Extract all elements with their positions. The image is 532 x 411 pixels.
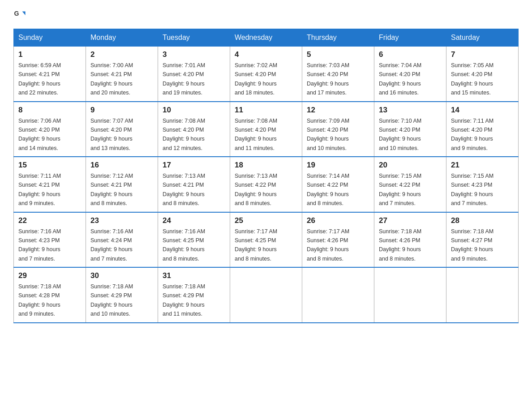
calendar-cell: 14 Sunrise: 7:11 AMSunset: 4:20 PMDaylig… — [446, 102, 519, 157]
week-row-3: 15 Sunrise: 7:11 AMSunset: 4:21 PMDaylig… — [14, 157, 519, 212]
day-info: Sunrise: 7:15 AMSunset: 4:23 PMDaylight:… — [451, 173, 493, 206]
calendar-cell: 5 Sunrise: 7:03 AMSunset: 4:20 PMDayligh… — [302, 47, 374, 102]
day-info: Sunrise: 7:08 AMSunset: 4:20 PMDaylight:… — [163, 118, 205, 151]
day-number: 12 — [307, 106, 369, 115]
day-number: 10 — [163, 106, 225, 115]
day-info: Sunrise: 7:07 AMSunset: 4:20 PMDaylight:… — [90, 118, 133, 151]
svg-marker-1 — [22, 12, 26, 15]
calendar-cell: 3 Sunrise: 7:01 AMSunset: 4:20 PMDayligh… — [158, 47, 230, 102]
weekday-header-thursday: Thursday — [302, 29, 374, 47]
logo: G — [13, 9, 28, 21]
calendar-cell: 30 Sunrise: 7:18 AMSunset: 4:29 PMDaylig… — [86, 267, 158, 323]
logo-icon: G — [13, 9, 26, 21]
calendar-cell — [374, 267, 446, 323]
day-number: 14 — [451, 106, 514, 115]
day-info: Sunrise: 7:03 AMSunset: 4:20 PMDaylight:… — [307, 62, 349, 96]
calendar-cell: 13 Sunrise: 7:10 AMSunset: 4:20 PMDaylig… — [374, 102, 446, 157]
calendar-cell: 1 Sunrise: 6:59 AMSunset: 4:21 PMDayligh… — [14, 47, 86, 102]
calendar-cell — [230, 267, 302, 323]
day-info: Sunrise: 7:17 AMSunset: 4:26 PMDaylight:… — [307, 228, 349, 262]
calendar-cell: 26 Sunrise: 7:17 AMSunset: 4:26 PMDaylig… — [302, 212, 374, 268]
day-info: Sunrise: 7:02 AMSunset: 4:20 PMDaylight:… — [235, 62, 277, 96]
weekday-header-monday: Monday — [86, 29, 158, 47]
calendar-cell — [446, 267, 519, 323]
calendar-cell: 8 Sunrise: 7:06 AMSunset: 4:20 PMDayligh… — [14, 102, 86, 157]
calendar-cell: 15 Sunrise: 7:11 AMSunset: 4:21 PMDaylig… — [14, 157, 86, 212]
day-info: Sunrise: 7:13 AMSunset: 4:22 PMDaylight:… — [235, 173, 277, 206]
calendar-cell: 24 Sunrise: 7:16 AMSunset: 4:25 PMDaylig… — [158, 212, 230, 268]
day-info: Sunrise: 7:12 AMSunset: 4:21 PMDaylight:… — [90, 173, 133, 206]
day-info: Sunrise: 7:09 AMSunset: 4:20 PMDaylight:… — [307, 118, 349, 151]
day-number: 13 — [379, 106, 442, 115]
day-info: Sunrise: 7:04 AMSunset: 4:20 PMDaylight:… — [379, 62, 421, 96]
day-info: Sunrise: 7:15 AMSunset: 4:22 PMDaylight:… — [379, 173, 421, 206]
day-number: 6 — [379, 50, 442, 59]
day-info: Sunrise: 7:13 AMSunset: 4:21 PMDaylight:… — [163, 173, 205, 206]
day-info: Sunrise: 7:16 AMSunset: 4:23 PMDaylight:… — [18, 228, 61, 262]
day-number: 5 — [307, 50, 369, 59]
day-number: 2 — [90, 50, 153, 59]
calendar-cell: 12 Sunrise: 7:09 AMSunset: 4:20 PMDaylig… — [302, 102, 374, 157]
day-number: 28 — [451, 216, 514, 225]
day-number: 3 — [163, 50, 225, 59]
weekday-header-friday: Friday — [374, 29, 446, 47]
day-info: Sunrise: 7:18 AMSunset: 4:29 PMDaylight:… — [163, 283, 205, 317]
calendar-cell: 31 Sunrise: 7:18 AMSunset: 4:29 PMDaylig… — [158, 267, 230, 323]
calendar-cell: 29 Sunrise: 7:18 AMSunset: 4:28 PMDaylig… — [14, 267, 86, 323]
day-number: 20 — [379, 161, 442, 170]
calendar-cell: 27 Sunrise: 7:18 AMSunset: 4:26 PMDaylig… — [374, 212, 446, 268]
day-number: 1 — [18, 50, 81, 59]
calendar-cell: 11 Sunrise: 7:08 AMSunset: 4:20 PMDaylig… — [230, 102, 302, 157]
day-number: 21 — [451, 161, 514, 170]
day-info: Sunrise: 7:00 AMSunset: 4:21 PMDaylight:… — [90, 62, 133, 96]
calendar-cell: 6 Sunrise: 7:04 AMSunset: 4:20 PMDayligh… — [374, 47, 446, 102]
week-row-5: 29 Sunrise: 7:18 AMSunset: 4:28 PMDaylig… — [14, 267, 519, 323]
calendar-cell: 4 Sunrise: 7:02 AMSunset: 4:20 PMDayligh… — [230, 47, 302, 102]
day-info: Sunrise: 7:16 AMSunset: 4:25 PMDaylight:… — [163, 228, 205, 262]
day-number: 8 — [18, 106, 81, 115]
calendar-cell: 22 Sunrise: 7:16 AMSunset: 4:23 PMDaylig… — [14, 212, 86, 268]
calendar-cell: 10 Sunrise: 7:08 AMSunset: 4:20 PMDaylig… — [158, 102, 230, 157]
calendar-table: SundayMondayTuesdayWednesdayThursdayFrid… — [13, 29, 519, 323]
week-row-4: 22 Sunrise: 7:16 AMSunset: 4:23 PMDaylig… — [14, 212, 519, 268]
weekday-header-saturday: Saturday — [446, 29, 519, 47]
day-number: 19 — [307, 161, 369, 170]
day-number: 23 — [90, 216, 153, 225]
weekday-header-row: SundayMondayTuesdayWednesdayThursdayFrid… — [14, 29, 519, 47]
day-number: 25 — [235, 216, 297, 225]
week-row-1: 1 Sunrise: 6:59 AMSunset: 4:21 PMDayligh… — [14, 47, 519, 102]
calendar-cell: 21 Sunrise: 7:15 AMSunset: 4:23 PMDaylig… — [446, 157, 519, 212]
day-info: Sunrise: 7:17 AMSunset: 4:25 PMDaylight:… — [235, 228, 277, 262]
day-info: Sunrise: 7:06 AMSunset: 4:20 PMDaylight:… — [18, 118, 61, 151]
weekday-header-wednesday: Wednesday — [230, 29, 302, 47]
calendar-cell: 28 Sunrise: 7:18 AMSunset: 4:27 PMDaylig… — [446, 212, 519, 268]
svg-text:G: G — [14, 10, 19, 17]
day-number: 11 — [235, 106, 297, 115]
calendar-cell: 18 Sunrise: 7:13 AMSunset: 4:22 PMDaylig… — [230, 157, 302, 212]
calendar-cell: 19 Sunrise: 7:14 AMSunset: 4:22 PMDaylig… — [302, 157, 374, 212]
calendar-cell: 2 Sunrise: 7:00 AMSunset: 4:21 PMDayligh… — [86, 47, 158, 102]
calendar-cell — [302, 267, 374, 323]
day-info: Sunrise: 7:05 AMSunset: 4:20 PMDaylight:… — [451, 62, 493, 96]
day-number: 4 — [235, 50, 297, 59]
week-row-2: 8 Sunrise: 7:06 AMSunset: 4:20 PMDayligh… — [14, 102, 519, 157]
calendar-cell: 20 Sunrise: 7:15 AMSunset: 4:22 PMDaylig… — [374, 157, 446, 212]
calendar-cell: 16 Sunrise: 7:12 AMSunset: 4:21 PMDaylig… — [86, 157, 158, 212]
day-number: 26 — [307, 216, 369, 225]
day-number: 7 — [451, 50, 514, 59]
day-info: Sunrise: 7:16 AMSunset: 4:24 PMDaylight:… — [90, 228, 133, 262]
day-info: Sunrise: 7:18 AMSunset: 4:28 PMDaylight:… — [18, 283, 61, 317]
weekday-header-tuesday: Tuesday — [158, 29, 230, 47]
day-info: Sunrise: 7:14 AMSunset: 4:22 PMDaylight:… — [307, 173, 349, 206]
day-info: Sunrise: 7:11 AMSunset: 4:21 PMDaylight:… — [18, 173, 61, 206]
day-info: Sunrise: 7:01 AMSunset: 4:20 PMDaylight:… — [163, 62, 205, 96]
calendar-cell: 25 Sunrise: 7:17 AMSunset: 4:25 PMDaylig… — [230, 212, 302, 268]
day-number: 9 — [90, 106, 153, 115]
calendar-cell: 23 Sunrise: 7:16 AMSunset: 4:24 PMDaylig… — [86, 212, 158, 268]
day-number: 15 — [18, 161, 81, 170]
day-number: 16 — [90, 161, 153, 170]
page-header: G — [13, 9, 519, 21]
weekday-header-sunday: Sunday — [14, 29, 86, 47]
day-info: Sunrise: 7:10 AMSunset: 4:20 PMDaylight:… — [379, 118, 421, 151]
day-number: 29 — [18, 271, 81, 280]
